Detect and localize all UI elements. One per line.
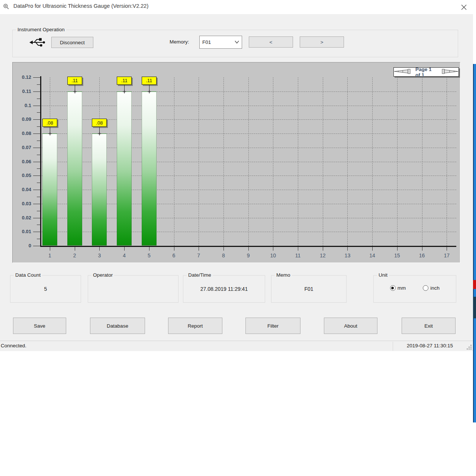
y-minor-tick bbox=[37, 183, 41, 183]
y-tick bbox=[33, 176, 41, 176]
unit-radio-mm[interactable]: mm bbox=[390, 285, 406, 291]
x-tick-label: 16 bbox=[414, 253, 430, 258]
data-count-value: 5 bbox=[10, 286, 81, 292]
memory-next-button[interactable]: > bbox=[300, 36, 344, 48]
resize-grip-icon[interactable] bbox=[466, 344, 472, 350]
h-gridline bbox=[42, 106, 456, 106]
usb-icon bbox=[29, 36, 45, 50]
x-tick-label: 2 bbox=[67, 253, 83, 258]
x-tick bbox=[397, 247, 398, 251]
y-tick bbox=[33, 106, 41, 106]
x-tick bbox=[174, 247, 174, 251]
chart-panel: Page 1 of 1 0.120.110.10.090.080.070.060… bbox=[12, 62, 460, 263]
bar bbox=[67, 91, 82, 246]
memo-group: Memo F01 bbox=[271, 275, 347, 303]
report-button[interactable]: Report bbox=[168, 318, 222, 334]
status-timestamp: 2019-08-27 11:30:15 bbox=[407, 343, 453, 348]
y-tick bbox=[33, 190, 41, 190]
y-tick-label: 0.08 bbox=[13, 131, 31, 136]
screen: DataPro for Ultrasonic Thickness Gauge (… bbox=[0, 0, 476, 476]
bar bbox=[42, 134, 57, 246]
app-window: DataPro for Ultrasonic Thickness Gauge (… bbox=[0, 0, 473, 351]
x-tick bbox=[50, 247, 50, 251]
x-tick bbox=[75, 247, 75, 251]
y-tick bbox=[33, 204, 41, 204]
x-tick-label: 13 bbox=[339, 253, 356, 258]
h-gridline bbox=[42, 91, 456, 92]
x-tick bbox=[199, 247, 199, 251]
filter-button[interactable]: Filter bbox=[245, 318, 300, 334]
x-tick-label: 10 bbox=[265, 253, 281, 258]
bar bbox=[92, 134, 107, 246]
v-gridline bbox=[199, 77, 199, 246]
about-button[interactable]: About bbox=[324, 318, 377, 334]
y-tick bbox=[33, 134, 41, 134]
instrument-operation-group: Instrument Operation Disconnect Memory: … bbox=[12, 30, 458, 57]
x-tick-label: 9 bbox=[240, 253, 257, 258]
save-button[interactable]: Save bbox=[13, 318, 66, 334]
x-tick-label: 1 bbox=[42, 253, 58, 258]
x-tick bbox=[273, 247, 273, 251]
bar-value-callout: .11 bbox=[117, 77, 132, 85]
x-tick-label: 11 bbox=[290, 253, 306, 258]
x-tick bbox=[149, 247, 149, 251]
x-tick bbox=[248, 247, 249, 251]
database-button[interactable]: Database bbox=[90, 318, 145, 334]
x-tick-label: 7 bbox=[190, 253, 207, 258]
close-button[interactable] bbox=[458, 2, 469, 12]
x-tick bbox=[323, 247, 323, 251]
y-tick bbox=[33, 162, 41, 162]
y-tick bbox=[33, 218, 41, 218]
unit-label: Unit bbox=[377, 272, 389, 278]
exit-button[interactable]: Exit bbox=[402, 318, 456, 334]
operator-label: Operator bbox=[91, 272, 114, 278]
y-tick-label: 0.07 bbox=[13, 145, 31, 150]
page-next-icon[interactable] bbox=[439, 69, 459, 75]
y-tick-label: 0.11 bbox=[13, 89, 31, 94]
edge-red-fragment bbox=[473, 280, 476, 289]
y-minor-tick bbox=[37, 239, 41, 239]
y-tick-label: 0.04 bbox=[13, 187, 31, 192]
y-tick-label: 0.03 bbox=[13, 201, 31, 206]
window-title: DataPro for Ultrasonic Thickness Gauge (… bbox=[13, 3, 148, 9]
v-gridline bbox=[298, 77, 298, 246]
memo-label: Memo bbox=[275, 272, 292, 278]
datetime-group: Date/Time 27.08.2019 11:29:41 bbox=[183, 275, 265, 303]
x-tick-label: 6 bbox=[166, 253, 182, 258]
x-tick-label: 15 bbox=[389, 253, 405, 258]
y-minor-tick bbox=[37, 168, 41, 169]
v-gridline bbox=[397, 77, 398, 246]
x-tick-label: 5 bbox=[141, 253, 157, 258]
callout-plus-icon bbox=[148, 88, 151, 91]
y-tick-label: 0.02 bbox=[13, 215, 31, 221]
memory-select[interactable]: F01 bbox=[199, 36, 242, 49]
title-bar: DataPro for Ultrasonic Thickness Gauge (… bbox=[0, 0, 473, 14]
x-tick-label: 8 bbox=[215, 253, 232, 258]
bar-value-callout: .11 bbox=[142, 77, 157, 85]
memory-prev-button[interactable]: < bbox=[249, 36, 293, 48]
v-gridline bbox=[174, 77, 174, 246]
page-prev-icon[interactable] bbox=[394, 69, 413, 75]
callout-plus-icon bbox=[123, 88, 126, 91]
y-tick bbox=[33, 246, 41, 246]
unit-radio-inch[interactable]: inch bbox=[423, 285, 440, 291]
edge-dark-fragment bbox=[473, 297, 476, 318]
x-tick-label: 4 bbox=[116, 253, 132, 258]
close-icon bbox=[461, 4, 467, 10]
y-minor-tick bbox=[37, 84, 41, 85]
disconnect-button[interactable]: Disconnect bbox=[51, 37, 93, 48]
y-minor-tick bbox=[37, 211, 41, 211]
connection-status: Connected. bbox=[1, 343, 26, 348]
y-tick-label: 0.05 bbox=[13, 173, 31, 178]
x-tick bbox=[347, 247, 348, 251]
memory-value: F01 bbox=[202, 39, 211, 45]
v-gridline bbox=[372, 77, 373, 246]
y-tick bbox=[33, 91, 41, 92]
y-minor-tick bbox=[37, 141, 41, 141]
page-indicator: Page 1 of 1 bbox=[415, 67, 437, 78]
y-tick bbox=[33, 148, 41, 148]
bar bbox=[117, 91, 132, 246]
datetime-value: 27.08.2019 11:29:41 bbox=[183, 286, 265, 292]
memo-value: F01 bbox=[271, 286, 346, 292]
x-tick-label: 12 bbox=[315, 253, 331, 258]
